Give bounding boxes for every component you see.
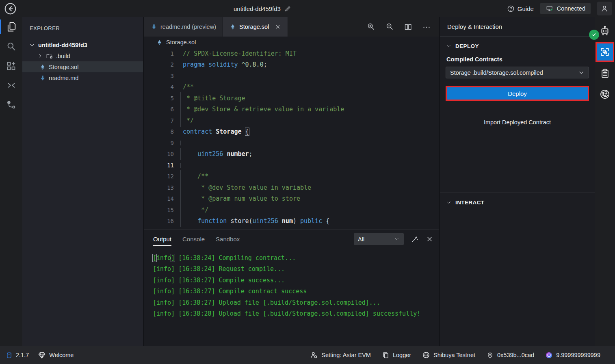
markdown-icon	[39, 75, 46, 81]
code-line[interactable]: 16 function store(uint256 num) public {	[144, 216, 439, 227]
avatar-button[interactable]	[597, 2, 612, 15]
code-text: * @dev Store value in variable	[183, 184, 311, 191]
rename-pencil-icon[interactable]	[284, 5, 291, 12]
activity-collapse[interactable]	[0, 76, 22, 95]
activity-chatgpt[interactable]	[595, 84, 615, 105]
tab-console[interactable]: Console	[182, 230, 205, 248]
setting-item[interactable]: Setting: Astar EVM	[310, 351, 371, 359]
code-line[interactable]: 4/**	[144, 82, 439, 93]
logger-label: Logger	[393, 352, 411, 358]
code-line[interactable]: 6 * @dev Store & retrieve value in a var…	[144, 104, 439, 115]
code-line[interactable]: 12 /**	[144, 171, 439, 182]
code-line[interactable]: 2pragma solidity ^0.8.0;	[144, 59, 439, 71]
logger-item[interactable]: Logger	[382, 351, 411, 359]
editor-tabbar: readme.md (preview) Storage.sol	[144, 17, 439, 37]
activity-task-list[interactable]	[595, 63, 615, 84]
folder-icon	[46, 52, 53, 60]
code-line[interactable]: 7 */	[144, 115, 439, 126]
activity-explorer[interactable]	[0, 17, 22, 37]
log-filter-value: All	[358, 236, 364, 243]
close-tab-icon[interactable]	[275, 24, 281, 30]
tree-item-readme-md[interactable]: readme.md	[22, 72, 143, 83]
deploy-button[interactable]: Deploy	[446, 86, 589, 101]
network-item[interactable]: Shibuya Testnet	[422, 351, 475, 359]
gem-icon	[38, 351, 46, 359]
log-line: [info] [16:38:27] Compile contract succe…	[153, 286, 439, 297]
connected-button[interactable]: Connected	[540, 3, 591, 14]
code-line[interactable]: 15 */	[144, 204, 439, 216]
user-icon	[600, 4, 609, 13]
tab-sandbox[interactable]: Sandbox	[216, 230, 240, 248]
compiled-contract-value: Storage .build/Storage.sol.compiled	[450, 69, 543, 76]
setting-label: Setting: Astar EVM	[321, 352, 371, 358]
activity-source-control[interactable]	[0, 95, 22, 115]
version-indicator[interactable]: 2.1.7	[6, 351, 29, 359]
code-line[interactable]: 13 * @dev Store value in variable	[144, 182, 439, 193]
more-actions-icon[interactable]	[422, 22, 431, 31]
line-number: 6	[144, 106, 174, 113]
code-editor[interactable]: Storage.sol 1// SPDX-License-Identifier:…	[144, 37, 439, 230]
code-line[interactable]: 9	[144, 137, 439, 149]
code-lines: 1// SPDX-License-Identifier: MIT2pragma …	[144, 48, 439, 227]
line-number: 9	[144, 140, 174, 146]
interact-section-header[interactable]: INTERACT	[446, 199, 589, 206]
statusbar-left: 2.1.7 Welcome	[6, 351, 74, 359]
welcome-label: Welcome	[49, 352, 74, 358]
topbar-right: Guide Connected	[507, 2, 612, 15]
tree-item-storage-sol[interactable]: Storage.sol	[22, 61, 143, 72]
code-line[interactable]: 1// SPDX-License-Identifier: MIT	[144, 48, 439, 59]
code-text: * @title Storage	[183, 95, 245, 102]
code-line[interactable]: 11	[144, 160, 439, 171]
network-label: Shibuya Testnet	[433, 352, 475, 358]
activity-deploy-interaction[interactable]	[595, 41, 615, 63]
main-area: EXPLORER untitled-dd459fd3 .build	[0, 17, 615, 346]
log-filter-select[interactable]: All	[354, 233, 404, 245]
code-line[interactable]: 8contract Storage {	[144, 126, 439, 138]
code-line[interactable]: 10 uint256 number;	[144, 149, 439, 160]
split-editor-icon[interactable]	[404, 23, 412, 31]
editor-actions	[366, 17, 431, 37]
code-line[interactable]: 3	[144, 70, 439, 82]
chevron-down-icon	[578, 69, 585, 76]
activity-plugins[interactable]	[0, 56, 22, 76]
clear-output-icon[interactable]	[411, 235, 419, 243]
tree-item-build[interactable]: .build	[22, 50, 143, 61]
deploy-panel-title: Deploy & Interaction	[440, 17, 595, 37]
guide-button[interactable]: Guide	[507, 5, 534, 13]
breadcrumb[interactable]: Storage.sol	[144, 37, 439, 48]
line-number: 5	[144, 95, 174, 102]
code-text: contract Storage {	[183, 128, 249, 135]
status-bar: 2.1.7 Welcome Setting: Astar EVM Logg	[0, 346, 615, 364]
ethereum-icon	[230, 24, 236, 30]
code-text: /**	[183, 173, 208, 180]
code-line[interactable]: 14 * @param num value to store	[144, 193, 439, 205]
tab-output[interactable]: Output	[153, 230, 171, 248]
search-icon	[6, 41, 17, 52]
files-icon	[6, 21, 17, 32]
line-number: 8	[144, 128, 174, 135]
welcome-item[interactable]: Welcome	[38, 351, 74, 359]
code-line[interactable]: 5 * @title Storage	[144, 93, 439, 104]
address-item[interactable]: 0x539b...0cad	[486, 351, 534, 359]
activity-ai-assistant[interactable]	[595, 20, 615, 41]
back-button[interactable]	[4, 2, 17, 15]
deploy-interaction-tool[interactable]	[596, 42, 614, 62]
line-number: 1	[144, 50, 174, 57]
openai-icon	[599, 89, 611, 100]
connected-label: Connected	[557, 5, 585, 12]
collapse-arrows-icon	[6, 80, 17, 91]
import-deployed-contract-link[interactable]: Import Deployed Contract	[446, 119, 589, 126]
close-panel-icon[interactable]	[426, 235, 433, 243]
balance-item[interactable]: 9.999999999999	[545, 351, 600, 359]
zoom-in-icon[interactable]	[366, 22, 375, 31]
tree-root[interactable]: untitled-dd459fd3	[22, 39, 143, 50]
activity-search[interactable]	[0, 37, 22, 56]
compiled-contract-select[interactable]: Storage .build/Storage.sol.compiled	[446, 67, 589, 78]
tab-storage-sol[interactable]: Storage.sol	[223, 17, 288, 37]
tab-readme-md[interactable]: readme.md (preview)	[144, 17, 223, 37]
top-bar: untitled-dd459fd3 Guide Connected	[0, 0, 615, 17]
zoom-out-icon[interactable]	[385, 22, 394, 31]
ide-window: untitled-dd459fd3 Guide Connected	[0, 0, 615, 364]
deploy-section-header[interactable]: DEPLOY	[446, 43, 589, 49]
robot-icon	[599, 25, 611, 37]
